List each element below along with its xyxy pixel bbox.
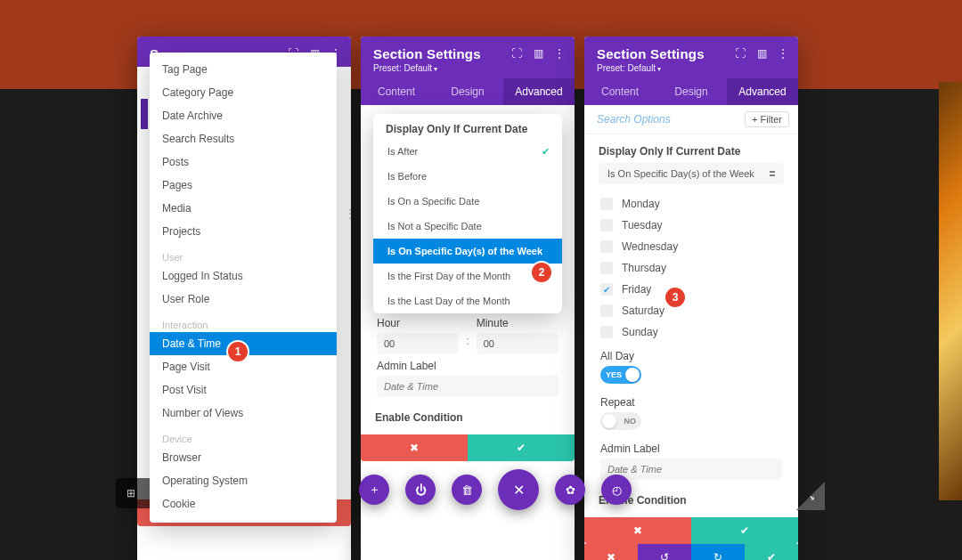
minute-label: Minute — [477, 317, 558, 329]
panel-2-tabs: Content Design Advanced — [361, 78, 575, 105]
tab-content[interactable]: Content — [584, 78, 656, 105]
panel-3-footer: ✖ ✔ — [584, 517, 798, 544]
list-item-search-results[interactable]: Search Results — [150, 127, 337, 150]
list-item-os[interactable]: Operating System — [150, 469, 337, 492]
list-item-posts[interactable]: Posts — [150, 150, 337, 174]
checkbox-icon — [600, 262, 613, 274]
checkbox-icon — [600, 219, 613, 231]
tab-design[interactable]: Design — [656, 78, 727, 105]
admin-label: Admin Label — [600, 442, 782, 455]
weekday-thursday[interactable]: Thursday — [600, 257, 782, 279]
weekday-label: Thursday — [622, 262, 666, 274]
option-on-specific-date[interactable]: Is On a Specific Date — [373, 189, 562, 214]
conditions-list-popover: Tag Page Category Page Date Archive Sear… — [150, 53, 337, 523]
power-button[interactable]: ⏻ — [405, 475, 436, 505]
list-item-logged-in[interactable]: Logged In Status — [150, 264, 337, 288]
group-user: User — [150, 243, 337, 264]
toggle-yes-text: YES — [606, 370, 622, 379]
weekday-tuesday[interactable]: Tuesday — [600, 215, 782, 236]
trash-button[interactable]: 🗑 — [452, 475, 482, 505]
toggle-knob — [602, 414, 616, 428]
columns-icon[interactable]: ▥ — [532, 47, 544, 60]
weekday-label: Tuesday — [622, 219, 663, 231]
list-item-browser[interactable]: Browser — [150, 446, 337, 469]
list-item-post-visit[interactable]: Post Visit — [150, 378, 337, 402]
list-item-user-role[interactable]: User Role — [150, 288, 337, 311]
weekday-label: Monday — [622, 198, 660, 210]
list-item-category-page[interactable]: Category Page — [150, 81, 337, 104]
discard-button[interactable]: ✖ — [584, 544, 638, 560]
step-badge-3: 3 — [665, 288, 685, 307]
cancel-button[interactable]: ✖ — [361, 434, 468, 461]
date-condition-popover: Display Only If Current Date Is After Is… — [373, 114, 562, 313]
option-is-after[interactable]: Is After — [373, 139, 562, 164]
weekday-monday[interactable]: Monday — [600, 193, 782, 215]
hidden-tab-peek — [141, 99, 148, 129]
wireframe-view-icon[interactable]: ⊞ — [121, 483, 141, 503]
columns-icon[interactable]: ▥ — [755, 47, 768, 60]
kebab-icon[interactable]: ⋮ — [777, 47, 789, 60]
settings-button[interactable]: ✿ — [555, 475, 585, 505]
weekday-wednesday[interactable]: Wednesday — [600, 236, 782, 257]
condition-select[interactable]: Is On Specific Day(s) of the Week — [599, 163, 784, 184]
group-interaction: Interaction — [150, 311, 337, 332]
expand-icon[interactable]: ⛶ — [510, 47, 523, 60]
tab-design[interactable]: Design — [432, 78, 503, 105]
all-day-toggle[interactable]: YES — [600, 366, 641, 384]
checkbox-icon — [600, 198, 613, 210]
list-item-number-views[interactable]: Number of Views — [150, 402, 337, 425]
weekday-friday[interactable]: Friday — [600, 279, 782, 300]
preset-label: Preset: Default — [373, 63, 432, 73]
option-specific-days-week[interactable]: Is On Specific Day(s) of the Week — [373, 239, 562, 264]
list-item-cookie[interactable]: Cookie — [150, 492, 337, 515]
list-item-projects[interactable]: Projects — [150, 220, 337, 243]
option-last-day-month[interactable]: Is the Last Day of the Month — [373, 288, 562, 313]
step-badge-2: 2 — [532, 263, 551, 282]
list-item-date-archive[interactable]: Date Archive — [150, 104, 337, 127]
history-button[interactable]: ◴ — [601, 475, 632, 505]
list-item-tag-page[interactable]: Tag Page — [150, 58, 337, 81]
drag-handle-icon[interactable]: ⋮ — [345, 207, 355, 220]
enable-condition-label: Enable Condition — [361, 402, 575, 429]
preset-dropdown[interactable]: Preset: Default — [597, 63, 786, 73]
search-input[interactable] — [595, 112, 745, 126]
list-item-media[interactable]: Media — [150, 197, 337, 220]
kebab-icon[interactable]: ⋮ — [553, 47, 566, 60]
panel-2-footer: ✖ ✔ — [361, 434, 575, 461]
repeat-toggle[interactable]: NO — [600, 412, 641, 430]
weekday-sunday[interactable]: Sunday — [600, 321, 782, 343]
builder-stage: S ⛶ ▥ ⋮ ⋮ Tag Page Category Page Date Ar… — [137, 37, 825, 560]
list-item-pages[interactable]: Pages — [150, 174, 337, 197]
option-is-before[interactable]: Is Before — [373, 164, 562, 189]
undo-button[interactable]: ↺ — [638, 544, 691, 560]
close-builder-button[interactable]: ✕ — [498, 469, 539, 510]
add-button[interactable]: ＋ — [359, 475, 389, 505]
confirm-button[interactable]: ✔ — [468, 434, 575, 461]
confirm-button[interactable]: ✔ — [691, 517, 798, 544]
hour-input[interactable] — [377, 333, 459, 354]
save-button[interactable]: ✔ — [745, 544, 798, 560]
tab-advanced[interactable]: Advanced — [503, 78, 575, 105]
popover-heading: Display Only If Current Date — [373, 114, 562, 139]
step-badge-1: 1 — [228, 342, 248, 361]
weekday-saturday[interactable]: Saturday — [600, 300, 782, 321]
minute-input[interactable] — [477, 333, 558, 354]
option-not-specific-date[interactable]: Is Not a Specific Date — [373, 214, 562, 239]
panel-1: S ⛶ ▥ ⋮ ⋮ Tag Page Category Page Date Ar… — [137, 37, 351, 560]
admin-label-input[interactable] — [377, 376, 558, 397]
filter-button[interactable]: Filter — [745, 111, 789, 127]
cancel-button[interactable]: ✖ — [584, 517, 691, 544]
display-only-heading: Display Only If Current Date — [584, 134, 798, 163]
panel-2-head: Section Settings Preset: Default ⛶ ▥ ⋮ — [361, 37, 575, 78]
redo-button[interactable]: ↻ — [691, 544, 745, 560]
background-image-sliver — [939, 82, 962, 500]
panel-head-icons: ⛶ ▥ ⋮ — [734, 47, 789, 60]
preset-dropdown[interactable]: Preset: Default — [373, 63, 562, 73]
tab-content[interactable]: Content — [361, 78, 432, 105]
toggle-no-text: NO — [624, 417, 637, 426]
checkbox-icon — [600, 304, 613, 317]
expand-icon[interactable]: ⛶ — [734, 47, 746, 60]
search-row: Filter — [584, 105, 798, 134]
tab-advanced[interactable]: Advanced — [727, 78, 798, 105]
builder-action-bar: ＋ ⏻ 🗑 ✕ ✿ ◴ — [359, 469, 632, 510]
